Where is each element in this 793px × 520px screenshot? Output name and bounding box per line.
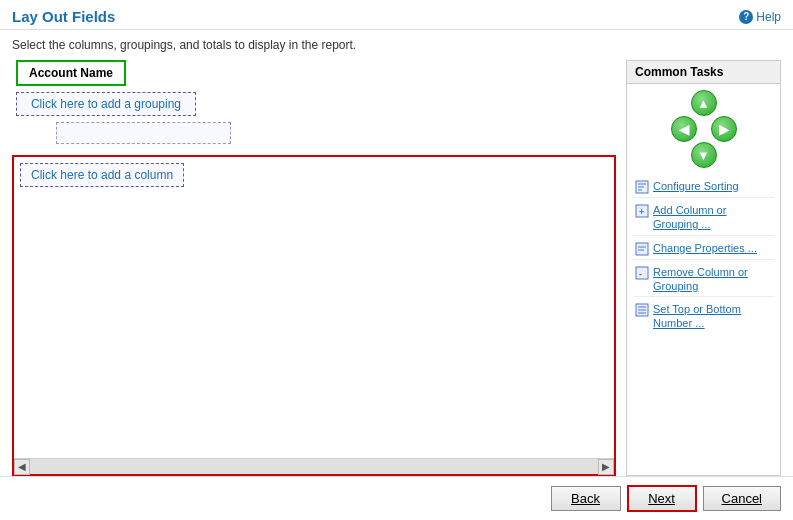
common-tasks-body: ▲ ◀ ▶ ▼: [626, 83, 781, 476]
arrow-down-button[interactable]: ▼: [691, 142, 717, 168]
grouping-sub-placeholder: [56, 122, 231, 144]
arrow-middle-row: ◀ ▶: [671, 116, 737, 142]
scroll-track[interactable]: [30, 459, 598, 474]
set-top-bottom-label: Set Top or BottomNumber ...: [653, 302, 741, 331]
cancel-button[interactable]: Cancel: [703, 486, 781, 511]
help-icon: ?: [739, 10, 753, 24]
column-area-inner: Click here to add a column: [14, 157, 614, 458]
arrow-bottom-row: ▼: [691, 142, 717, 168]
subtitle: Select the columns, groupings, and total…: [0, 30, 793, 60]
arrow-left-button[interactable]: ◀: [671, 116, 697, 142]
task-change-properties[interactable]: Change Properties ...: [633, 238, 774, 260]
content-area: Account Name Click here to add a groupin…: [0, 60, 793, 476]
page-title: Lay Out Fields: [12, 8, 115, 25]
header: Lay Out Fields ? Help: [0, 0, 793, 30]
configure-sorting-label: Configure Sorting: [653, 179, 739, 193]
svg-rect-9: [636, 267, 648, 279]
arrow-up-button[interactable]: ▲: [691, 90, 717, 116]
next-label: Next: [648, 491, 675, 506]
change-properties-label: Change Properties ...: [653, 241, 757, 255]
task-configure-sorting[interactable]: Configure Sorting: [633, 176, 774, 198]
remove-column-label: Remove Column orGrouping: [653, 265, 748, 294]
add-column-button[interactable]: Click here to add a column: [20, 163, 184, 187]
nav-arrows: ▲ ◀ ▶ ▼: [633, 90, 774, 168]
scroll-right-arrow[interactable]: ▶: [598, 459, 614, 475]
main-panel: Account Name Click here to add a groupin…: [12, 60, 616, 476]
help-label: Help: [756, 10, 781, 24]
add-column-grouping-icon: +: [635, 204, 649, 218]
back-label: Back: [571, 491, 600, 506]
add-column-grouping-label: Add Column orGrouping ...: [653, 203, 726, 232]
change-properties-icon: [635, 242, 649, 256]
task-set-top-bottom[interactable]: Set Top or BottomNumber ...: [633, 299, 774, 334]
configure-sorting-icon: [635, 180, 649, 194]
svg-text:-: -: [639, 269, 642, 279]
arrow-right-button[interactable]: ▶: [711, 116, 737, 142]
right-panel: Common Tasks ▲ ◀ ▶ ▼: [626, 60, 781, 476]
cancel-label: Cancel: [722, 491, 762, 506]
arrow-top-row: ▲: [691, 90, 717, 116]
next-button[interactable]: Next: [627, 485, 697, 512]
task-remove-column[interactable]: - Remove Column orGrouping: [633, 262, 774, 298]
svg-rect-6: [636, 243, 648, 255]
help-link[interactable]: ? Help: [739, 10, 781, 24]
column-area: Click here to add a column ◀ ▶: [12, 155, 616, 476]
task-add-column-grouping[interactable]: + Add Column orGrouping ...: [633, 200, 774, 236]
horizontal-scrollbar[interactable]: ◀ ▶: [14, 458, 614, 474]
back-button[interactable]: Back: [551, 486, 621, 511]
set-top-bottom-icon: [635, 303, 649, 317]
footer: Back Next Cancel: [0, 476, 793, 520]
account-name-box[interactable]: Account Name: [16, 60, 126, 86]
add-grouping-button[interactable]: Click here to add a grouping: [16, 92, 196, 116]
scroll-left-arrow[interactable]: ◀: [14, 459, 30, 475]
remove-column-icon: -: [635, 266, 649, 280]
svg-text:+: +: [639, 207, 644, 217]
common-tasks-header: Common Tasks: [626, 60, 781, 83]
